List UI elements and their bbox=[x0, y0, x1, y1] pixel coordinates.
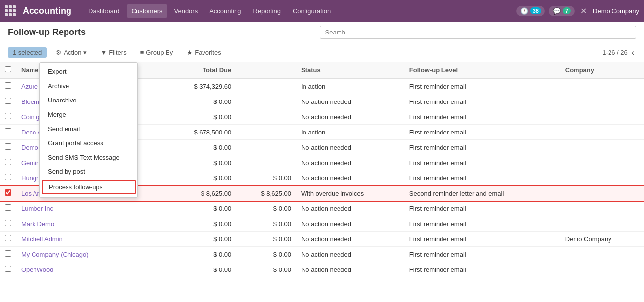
row-total-due: $ 0.00 bbox=[166, 94, 236, 109]
action-merge[interactable]: Merge bbox=[40, 107, 137, 122]
row-overdue: $ 0.00 bbox=[236, 232, 296, 247]
row-followup-level: First reminder email bbox=[405, 170, 560, 186]
row-total-due: $ 0.00 bbox=[166, 170, 236, 186]
row-overdue bbox=[236, 109, 296, 125]
action-send-sms[interactable]: Send SMS Text Message bbox=[40, 150, 137, 165]
action-export[interactable]: Export bbox=[40, 65, 137, 79]
row-checkbox[interactable] bbox=[5, 113, 11, 119]
row-checkbox-cell[interactable] bbox=[0, 155, 16, 170]
action-archive[interactable]: Archive bbox=[40, 79, 137, 93]
row-name[interactable]: Mitchell Admin bbox=[16, 232, 166, 247]
row-checkbox[interactable] bbox=[5, 82, 11, 89]
row-checkbox[interactable] bbox=[5, 266, 11, 272]
company-name[interactable]: Demo Company bbox=[593, 7, 639, 15]
row-name[interactable]: OpenWood bbox=[16, 262, 166, 277]
action-grant-portal-access[interactable]: Grant portal access bbox=[40, 136, 137, 150]
row-checkbox-cell[interactable] bbox=[0, 186, 16, 201]
row-checkbox[interactable] bbox=[5, 159, 11, 165]
row-overdue bbox=[236, 78, 296, 94]
favorites-button[interactable]: ★ Favorites bbox=[182, 46, 226, 59]
col-total-due: Total Due bbox=[166, 62, 236, 78]
row-checkbox[interactable] bbox=[5, 174, 11, 180]
search-input[interactable] bbox=[320, 26, 637, 39]
row-checkbox[interactable] bbox=[5, 235, 11, 241]
row-checkbox[interactable] bbox=[5, 143, 11, 150]
nav-reporting[interactable]: Reporting bbox=[248, 4, 286, 18]
select-all-checkbox-header[interactable] bbox=[0, 62, 16, 78]
row-followup-level: First reminder email bbox=[405, 216, 560, 232]
action-send-by-post[interactable]: Send by post bbox=[40, 165, 137, 179]
gear-icon: ⚙ bbox=[56, 49, 62, 56]
table-row: OpenWood $ 0.00 $ 0.00 No action needed … bbox=[0, 262, 644, 277]
row-company bbox=[560, 262, 644, 277]
nav-customers[interactable]: Customers bbox=[127, 4, 168, 18]
nav-dashboard[interactable]: Dashboard bbox=[83, 4, 125, 18]
app-logo: Accounting bbox=[23, 6, 71, 16]
row-company bbox=[560, 201, 644, 216]
apps-menu-button[interactable] bbox=[5, 5, 16, 16]
row-checkbox[interactable] bbox=[5, 128, 11, 134]
row-checkbox-cell[interactable] bbox=[0, 216, 16, 232]
row-checkbox-cell[interactable] bbox=[0, 125, 16, 140]
row-followup-level: First reminder email bbox=[405, 201, 560, 216]
row-total-due: $ 0.00 bbox=[166, 216, 236, 232]
row-company: Demo Company bbox=[560, 232, 644, 247]
filters-button[interactable]: ▼ Filters bbox=[96, 46, 131, 59]
subheader: Follow-up Reports bbox=[0, 22, 644, 43]
row-checkbox[interactable] bbox=[5, 220, 11, 226]
row-company bbox=[560, 247, 644, 262]
row-status: No action needed bbox=[296, 109, 405, 125]
row-checkbox-cell[interactable] bbox=[0, 78, 16, 94]
selected-count-badge: 1 selected bbox=[8, 47, 47, 58]
pagination-prev-button[interactable]: ‹ bbox=[630, 47, 636, 58]
row-name[interactable]: Lumber Inc bbox=[16, 201, 166, 216]
row-checkbox-cell[interactable] bbox=[0, 94, 16, 109]
group-by-button[interactable]: ≡ Group By bbox=[136, 46, 178, 59]
col-followup-level: Follow-up Level bbox=[405, 62, 560, 78]
row-checkbox[interactable] bbox=[5, 189, 11, 196]
row-status: In action bbox=[296, 125, 405, 140]
row-total-due: $ 0.00 bbox=[166, 262, 236, 277]
dropdown-menu: Export Archive Unarchive Merge Send emai… bbox=[39, 62, 138, 198]
row-name[interactable]: Mark Demo bbox=[16, 216, 166, 232]
row-name[interactable]: My Company (Chicago) bbox=[16, 247, 166, 262]
nav-vendors[interactable]: Vendors bbox=[169, 4, 203, 18]
close-button[interactable]: ✕ bbox=[578, 4, 589, 18]
row-checkbox[interactable] bbox=[5, 204, 11, 211]
row-followup-level: First reminder email bbox=[405, 78, 560, 94]
row-company bbox=[560, 78, 644, 94]
action-process-followups[interactable]: Process follow-ups bbox=[42, 180, 136, 194]
row-checkbox-cell[interactable] bbox=[0, 170, 16, 186]
filter-icon: ▼ bbox=[101, 49, 107, 56]
row-checkbox-cell[interactable] bbox=[0, 201, 16, 216]
row-company bbox=[560, 94, 644, 109]
nav-accounting[interactable]: Accounting bbox=[204, 4, 246, 18]
row-company bbox=[560, 109, 644, 125]
pagination-text: 1-26 / 26 bbox=[602, 49, 627, 56]
row-overdue bbox=[236, 155, 296, 170]
row-checkbox-cell[interactable] bbox=[0, 247, 16, 262]
row-checkbox-cell[interactable] bbox=[0, 109, 16, 125]
activity-button[interactable]: 🕐 38 bbox=[516, 6, 545, 16]
row-followup-level: First reminder email bbox=[405, 247, 560, 262]
row-checkbox-cell[interactable] bbox=[0, 232, 16, 247]
action-unarchive[interactable]: Unarchive bbox=[40, 93, 137, 107]
row-checkbox[interactable] bbox=[5, 98, 11, 104]
row-checkbox-cell[interactable] bbox=[0, 140, 16, 155]
row-company bbox=[560, 125, 644, 140]
row-status: No action needed bbox=[296, 140, 405, 155]
row-checkbox[interactable] bbox=[5, 250, 11, 257]
action-button[interactable]: ⚙ Action ▾ bbox=[51, 46, 92, 59]
row-followup-level: First reminder email bbox=[405, 232, 560, 247]
messages-button[interactable]: 💬 7 bbox=[549, 6, 575, 16]
col-company: Company bbox=[560, 62, 644, 78]
select-all-checkbox[interactable] bbox=[5, 66, 11, 72]
nav-configuration[interactable]: Configuration bbox=[288, 4, 336, 18]
row-total-due: $ 374,329.60 bbox=[166, 78, 236, 94]
chat-icon: 💬 bbox=[553, 7, 561, 15]
row-checkbox-cell[interactable] bbox=[0, 262, 16, 277]
row-company bbox=[560, 186, 644, 201]
action-send-email[interactable]: Send email bbox=[40, 122, 137, 136]
row-total-due: $ 0.00 bbox=[166, 109, 236, 125]
activity-badge: 38 bbox=[530, 7, 541, 14]
